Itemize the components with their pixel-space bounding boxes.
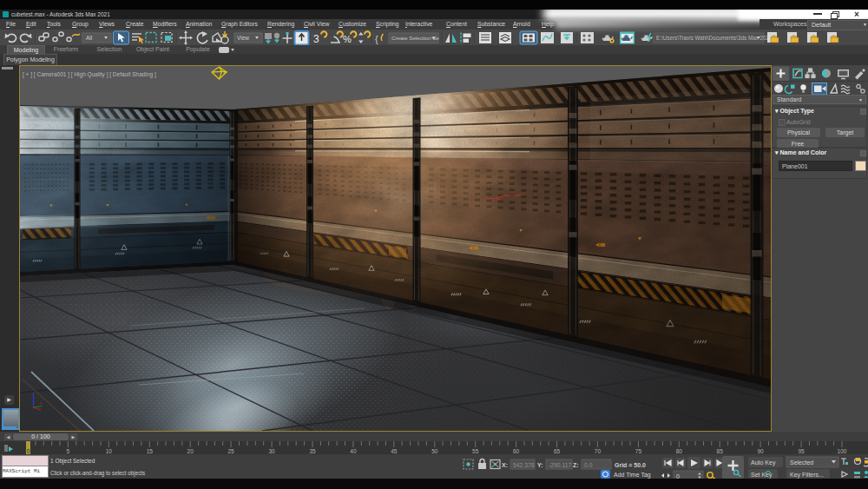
svg-text:0: 0 [27,448,30,454]
svg-text:30: 30 [268,448,275,454]
svg-text:X:: X: [502,462,508,468]
svg-text:70: 70 [595,448,602,454]
svg-text:{: { [375,34,378,44]
svg-text:Selected: Selected [790,459,813,466]
svg-text:50: 50 [431,448,438,454]
svg-text:Set Key: Set Key [751,472,773,479]
svg-text:Grid = 50.0: Grid = 50.0 [615,462,646,468]
svg-text:x: x [39,400,42,406]
svg-text:-290.117: -290.117 [549,462,572,468]
svg-text:Key Filters...: Key Filters... [790,472,824,479]
svg-text:All: All [86,35,93,41]
svg-text:20: 20 [187,448,194,454]
svg-text:Add Time Tag: Add Time Tag [614,472,651,479]
svg-text:35: 35 [309,448,316,454]
svg-text:[ + ] [ Camera001 ] [ High Qua: [ + ] [ Camera001 ] [ High Quality ] [ D… [23,71,156,78]
svg-text:75: 75 [635,448,642,454]
svg-text:Auto Key: Auto Key [751,459,776,466]
svg-text:E:\Users\Travis Wahl\Documents: E:\Users\Travis Wahl\Documents\3ds Max 2… [656,35,773,41]
svg-text:100: 100 [838,448,847,454]
svg-text:85: 85 [717,448,724,454]
svg-text:60: 60 [513,448,520,454]
svg-text:Z:: Z: [573,462,579,468]
svg-text:45: 45 [391,448,398,454]
svg-text:90: 90 [757,448,764,454]
svg-text:55: 55 [472,448,479,454]
svg-text:80: 80 [676,448,683,454]
svg-text:3: 3 [313,33,319,45]
svg-text:15: 15 [147,448,154,454]
svg-text:Y:: Y: [537,462,542,468]
svg-text:0.0: 0.0 [584,462,593,468]
svg-text:40: 40 [350,448,357,454]
svg-text:5: 5 [67,448,70,454]
svg-text:25: 25 [227,448,234,454]
svg-text:View: View [237,35,249,41]
svg-text:65: 65 [554,448,561,454]
svg-text:%: % [343,34,352,44]
svg-text:95: 95 [798,448,805,454]
svg-text:10: 10 [106,448,113,454]
svg-text:542.378: 542.378 [513,462,535,468]
